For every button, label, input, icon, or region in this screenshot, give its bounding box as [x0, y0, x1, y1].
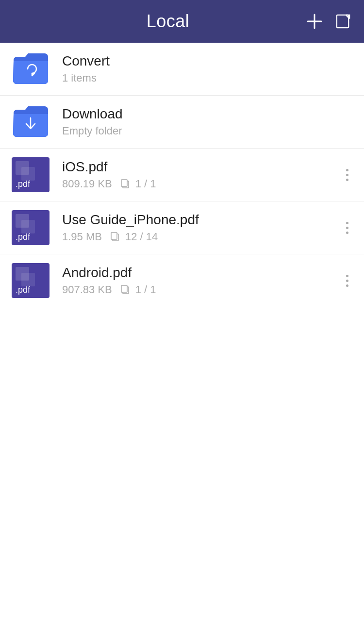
svg-rect-10	[121, 285, 127, 292]
folder-download-name: Download	[62, 106, 352, 122]
more-button[interactable]	[342, 271, 352, 291]
edit-button[interactable]	[336, 14, 350, 29]
pages-icon	[121, 179, 131, 189]
pdf-android-info: Android.pdf 907.83 KB 1 / 1	[62, 265, 338, 296]
page-title: Local	[147, 11, 190, 32]
pdf-ios-meta: 809.19 KB 1 / 1	[62, 178, 338, 190]
folder-download-meta: Empty folder	[62, 125, 352, 137]
file-list: Convert 1 items Download Empty folder	[0, 43, 364, 307]
pdf-ios-info: iOS.pdf 809.19 KB 1 / 1	[62, 159, 338, 190]
folder-convert-meta: 1 items	[62, 72, 352, 84]
list-item[interactable]: Download Empty folder	[0, 96, 364, 149]
more-button[interactable]	[342, 218, 352, 238]
svg-rect-2	[337, 15, 348, 28]
folder-convert-info: Convert 1 items	[62, 53, 352, 84]
pdf-android-meta: 907.83 KB 1 / 1	[62, 283, 338, 296]
list-item[interactable]: .pdf Android.pdf 907.83 KB 1 / 1	[0, 254, 364, 307]
list-item[interactable]: .pdf iOS.pdf 809.19 KB 1 / 1	[0, 149, 364, 201]
folder-download-info: Download Empty folder	[62, 106, 352, 137]
svg-rect-8	[111, 232, 117, 239]
folder-convert-name: Convert	[62, 53, 352, 69]
pdf-android-name: Android.pdf	[62, 265, 338, 281]
pages-icon	[111, 232, 120, 242]
list-item[interactable]: Convert 1 items	[0, 43, 364, 96]
pdf-android-icon: .pdf	[12, 263, 50, 298]
folder-convert-icon	[12, 51, 50, 86]
add-button[interactable]	[307, 14, 322, 29]
app-header: Local	[0, 0, 364, 43]
pdf-ios-icon: .pdf	[12, 157, 50, 192]
folder-download-icon	[12, 104, 50, 139]
pdf-guide-name: Use Guide_iPhone.pdf	[62, 212, 338, 228]
pdf-guide-info: Use Guide_iPhone.pdf 1.95 MB 12 / 14	[62, 212, 338, 243]
pdf-ios-name: iOS.pdf	[62, 159, 338, 175]
pages-icon	[121, 285, 131, 295]
pdf-guide-meta: 1.95 MB 12 / 14	[62, 231, 338, 243]
svg-rect-6	[121, 180, 127, 186]
list-item[interactable]: .pdf Use Guide_iPhone.pdf 1.95 MB 12 / 1…	[0, 201, 364, 254]
menu-button[interactable]	[14, 17, 29, 27]
more-button[interactable]	[342, 165, 352, 185]
pdf-guide-icon: .pdf	[12, 210, 50, 245]
